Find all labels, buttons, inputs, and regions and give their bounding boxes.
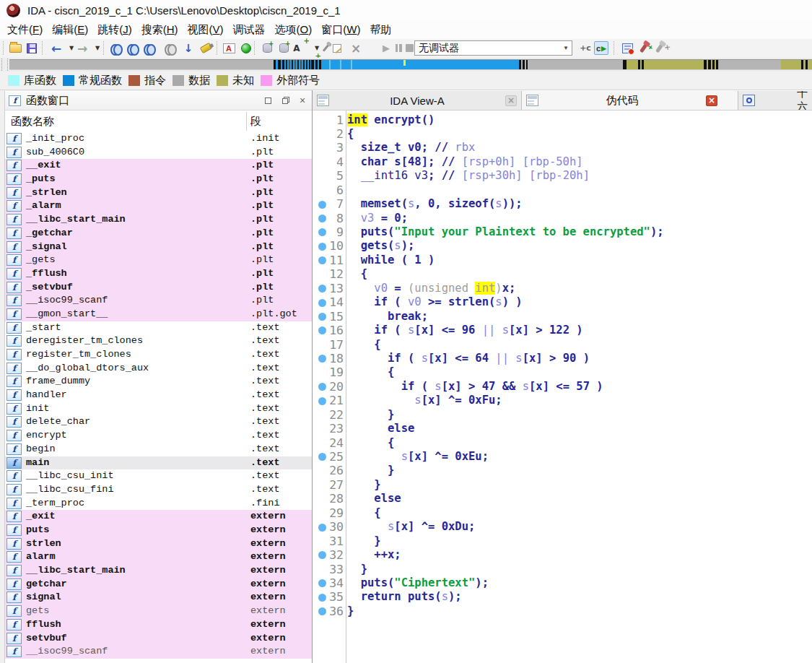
code-line-19[interactable]: 19 { [313, 365, 812, 379]
breakpoint-list-button[interactable] [619, 40, 635, 56]
image-view-button[interactable]: A [221, 40, 237, 56]
code-text[interactable]: { [347, 127, 354, 141]
delete-item-button[interactable]: × [348, 40, 364, 56]
code-text[interactable]: } [347, 563, 367, 576]
code-line-34[interactable]: 34 puts("Ciphertext"); [313, 576, 812, 590]
code-line-14[interactable]: 14 if ( v0 >= strlen(s) ) [313, 295, 812, 309]
highlight-tool-button[interactable] [198, 40, 214, 56]
function-name[interactable]: frame_dummy [26, 376, 90, 386]
code-line-27[interactable]: 27 } [313, 478, 812, 492]
code-text[interactable]: { [347, 338, 381, 352]
code-line-6[interactable]: 6 [313, 183, 812, 197]
function-name[interactable]: puts [26, 524, 49, 535]
function-name[interactable]: _setvbuf [26, 282, 73, 292]
search-names-button[interactable] [108, 40, 124, 56]
column-segment[interactable]: 段 [250, 115, 261, 129]
function-name[interactable]: __isoc99_scanf [26, 295, 108, 306]
function-name[interactable]: _init_proc [26, 133, 84, 144]
function-name[interactable]: _exit [26, 511, 56, 521]
function-row-main[interactable]: fmain.text [5, 456, 312, 470]
menu-item-8[interactable]: 帮助 [365, 22, 396, 38]
function-row-__isoc99_scanf[interactable]: f__isoc99_scanfextern [5, 645, 312, 659]
code-line-9[interactable]: 9 puts("Input your Plaintext to be encry… [313, 225, 812, 239]
menu-item-4[interactable]: 视图(V) [183, 22, 228, 38]
tab-label[interactable]: 十六 [755, 91, 808, 110]
code-line-35[interactable]: 35 return puts(s); [313, 590, 812, 604]
code-text[interactable]: __int16 v3; // [rsp+30h] [rbp-20h] [347, 169, 590, 183]
maximize-button[interactable] [260, 94, 276, 107]
code-text[interactable]: if ( s[x] <= 64 || s[x] > 90 ) [347, 352, 590, 365]
function-name[interactable]: signal [26, 592, 61, 602]
code-line-17[interactable]: 17 { [313, 338, 812, 352]
code-line-11[interactable]: 11 while ( 1 ) [313, 254, 812, 267]
code-line-22[interactable]: 22 } [313, 408, 812, 422]
function-row-_fflush[interactable]: f_fflush.plt [5, 267, 312, 281]
tab-label[interactable]: IDA View-A [329, 95, 505, 107]
tab-label[interactable]: 伪代码 [538, 94, 706, 108]
function-name[interactable]: _term_proc [26, 498, 84, 508]
function-row-__libc_csu_fini[interactable]: f__libc_csu_fini.text [5, 483, 312, 497]
navigate-forward-button[interactable]: → [74, 40, 90, 56]
code-text[interactable]: else [347, 422, 414, 436]
code-text[interactable]: s[x] ^= 0xFu; [347, 394, 502, 407]
add-breakpoint-button[interactable] [635, 40, 651, 56]
code-text[interactable]: puts("Input your Plaintext to be encrypt… [347, 225, 664, 239]
code-text[interactable]: } [347, 464, 394, 477]
function-name[interactable]: _strlen [26, 187, 67, 198]
function-row-_alarm[interactable]: f_alarm.plt [5, 199, 312, 213]
code-line-24[interactable]: 24 { [313, 436, 812, 450]
code-text[interactable]: size_t v0; // rbx [347, 141, 475, 155]
open-file-button[interactable] [7, 40, 23, 56]
tab-close-button[interactable]: × [505, 95, 517, 106]
code-line-1[interactable]: 1int encrypt() [313, 113, 812, 127]
code-line-18[interactable]: 18 if ( s[x] <= 64 || s[x] > 90 ) [313, 352, 812, 365]
code-line-16[interactable]: 16 if ( s[x] <= 96 || s[x] > 122 ) [313, 324, 812, 337]
tab-close-button[interactable]: × [706, 95, 717, 106]
code-line-26[interactable]: 26 } [313, 464, 812, 477]
function-row-deregister_tm_clones[interactable]: fderegister_tm_clones.text [5, 334, 312, 348]
function-name[interactable]: _signal [26, 241, 67, 252]
code-text[interactable]: if ( s[x] > 47 && s[x] <= 57 ) [347, 380, 603, 394]
function-row-__libc_start_main[interactable]: f__libc_start_main.plt [5, 213, 312, 227]
code-line-2[interactable]: 2{ [313, 127, 812, 141]
code-text[interactable]: if ( s[x] <= 96 || s[x] > 122 ) [347, 324, 583, 337]
menu-item-2[interactable]: 跳转(J) [93, 22, 136, 38]
code-text[interactable]: { [347, 267, 367, 281]
function-row-handler[interactable]: fhandler.text [5, 389, 312, 402]
function-row-delete_char[interactable]: fdelete_char.text [5, 415, 312, 429]
menu-item-3[interactable]: 搜索(H) [137, 22, 183, 38]
function-row-frame_dummy[interactable]: fframe_dummy.text [5, 375, 312, 389]
search-text-button[interactable] [125, 40, 141, 56]
code-text[interactable]: s[x] ^= 0xEu; [347, 450, 489, 464]
function-name[interactable]: _alarm [26, 200, 61, 211]
menu-item-1[interactable]: 编辑(E) [48, 22, 92, 38]
code-text[interactable]: if ( v0 >= strlen(s) ) [347, 295, 523, 309]
debugger-selector-dropdown[interactable]: ▼ [560, 41, 572, 55]
jump-address-button[interactable]: ↓ [180, 40, 196, 56]
code-line-32[interactable]: 32 ++x; [313, 548, 812, 562]
code-line-7[interactable]: 7 memset(s, 0, sizeof(s)); [313, 197, 812, 211]
menu-item-7[interactable]: 窗口(W) [317, 22, 364, 38]
function-row-__libc_start_main[interactable]: f__libc_start_mainextern [5, 564, 312, 578]
function-name[interactable]: delete_char [26, 416, 90, 427]
function-row-init[interactable]: finit.text [5, 402, 312, 416]
continue-process-button[interactable]: c▶ [593, 40, 609, 56]
menu-item-5[interactable]: 调试器 [229, 22, 270, 38]
debugger-selector[interactable]: 无调试器 ▼ [414, 40, 572, 56]
code-text[interactable]: return puts(s); [347, 590, 462, 604]
function-row-alarm[interactable]: falarmextern [5, 550, 312, 564]
function-row-__libc_csu_init[interactable]: f__libc_csu_init.text [5, 469, 312, 483]
function-name[interactable]: init [26, 403, 49, 414]
close-button[interactable]: × [294, 94, 310, 107]
function-row-sub_4006C0[interactable]: fsub_4006C0.plt [5, 146, 312, 160]
code-text[interactable]: { [347, 436, 394, 450]
function-row-_strlen[interactable]: f_strlen.plt [5, 186, 312, 200]
code-line-20[interactable]: 20 if ( s[x] > 47 && s[x] <= 57 ) [313, 380, 812, 394]
code-text[interactable]: char s[48]; // [rsp+0h] [rbp-50h] [347, 155, 583, 169]
code-text[interactable]: puts("Ciphertext"); [347, 576, 489, 590]
function-row-setvbuf[interactable]: fsetvbufextern [5, 632, 312, 646]
code-line-28[interactable]: 28 else [313, 492, 812, 506]
column-divider[interactable] [246, 112, 247, 131]
function-row-fflush[interactable]: ffflushextern [5, 618, 312, 632]
remove-breakpoint-button[interactable] [651, 40, 667, 56]
